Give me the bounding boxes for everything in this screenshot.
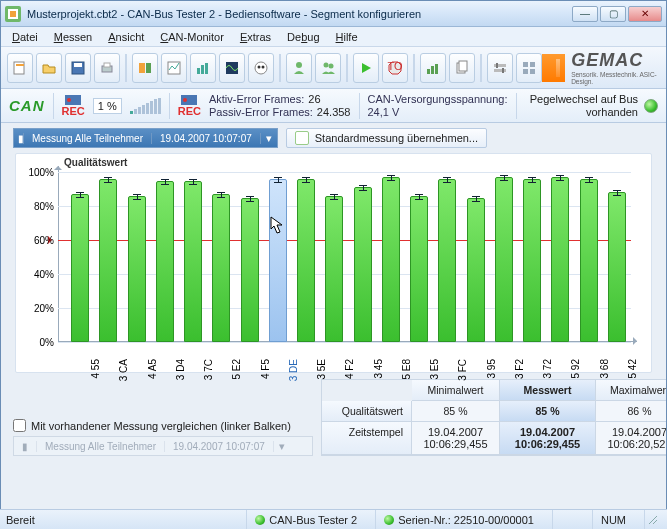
menu-can-monitor[interactable]: CAN-Monitor [153,29,231,45]
menu-ansicht[interactable]: Ansicht [101,29,151,45]
chart-bar[interactable] [354,187,372,342]
y-tick: 80% [20,201,54,212]
error-frames: Aktiv-Error Frames:26 Passiv-Error Frame… [209,93,351,118]
svg-rect-31 [494,69,506,72]
info-strip: CAN REC 1 % REC Aktiv-Error Frames:26 Pa… [1,89,666,123]
minimize-button[interactable]: — [572,6,598,22]
x-tick: 4 F5 [260,359,271,379]
x-tick: 3 72 [542,359,553,378]
compare-checkbox-input[interactable] [13,419,26,432]
measurement-combo[interactable]: ▮ Messung Alle Teilnehmer 19.04.2007 10:… [13,128,278,148]
app-icon [5,6,21,22]
x-tick: 3 95 [486,359,497,378]
chart-bar[interactable] [269,179,287,342]
status-spacer [552,510,582,529]
tb-users-icon[interactable] [315,53,341,83]
row-timestamp: Zeitstempel [322,422,412,455]
close-button[interactable]: ✕ [628,6,662,22]
menu-hilfe[interactable]: Hilfe [329,29,365,45]
logo-tagline: Sensorik. Messtechnik. ASIC-Design. [571,71,660,85]
maximize-button[interactable]: ▢ [600,6,626,22]
svg-rect-36 [523,69,528,74]
chart-bar[interactable] [241,198,259,343]
tb-settings-icon[interactable] [487,53,513,83]
q-mess: 85 % [500,401,596,422]
chart-bar[interactable] [382,177,400,342]
chart-bar[interactable] [212,194,230,342]
y-axis [58,166,59,342]
tb-tool1-icon[interactable] [132,53,158,83]
svg-rect-4 [16,64,24,66]
resize-grip-icon[interactable] [644,510,661,529]
col-min: Minimalwert [412,380,500,401]
chart-bar[interactable] [523,179,541,342]
y-tick: 20% [20,303,54,314]
menu-extras[interactable]: Extras [233,29,278,45]
logo: GEMAC Sensorik. Messtechnik. ASIC-Design… [542,50,660,85]
svg-point-21 [329,63,334,68]
chart-bar[interactable] [551,177,569,342]
tb-stop-icon[interactable]: STOP [382,53,408,83]
chart-bar[interactable] [495,177,513,342]
tb-save-icon[interactable] [65,53,91,83]
quality-chart[interactable]: Qualitätswert 0%20%40%60%80%100%4 553 CA… [15,153,652,373]
tb-grid-icon[interactable] [516,53,542,83]
rec-indicator[interactable]: REC [62,95,85,117]
chart-bar[interactable] [325,196,343,342]
menu-datei[interactable]: Datei [5,29,45,45]
chart-bar[interactable] [467,198,485,343]
tb-new-icon[interactable] [7,53,33,83]
tb-copy-icon[interactable] [449,53,475,83]
svg-rect-3 [14,62,24,74]
logo-text: GEMAC [571,50,643,71]
supply-voltage: CAN-Versorgungsspannung: 24,1 V [368,93,508,118]
tb-tool2-icon[interactable] [161,53,187,83]
chart-bar[interactable] [156,181,174,343]
y-tick: 100% [20,167,54,178]
t-min: 19.04.200710:06:29,455 [412,422,500,455]
cursor-icon [268,215,286,237]
chart-bar[interactable] [410,196,428,342]
tb-play-icon[interactable] [353,53,379,83]
bus-led-icon [644,99,658,113]
status-num: NUM [592,510,634,529]
svg-rect-9 [139,63,145,73]
x-tick: 3 5E [316,359,327,380]
tb-bars-icon[interactable] [190,53,216,83]
tb-chart-icon[interactable] [420,53,446,83]
x-tick: 4 F2 [344,359,355,379]
measurement-controls: ▮ Messung Alle Teilnehmer 19.04.2007 10:… [1,123,666,153]
chart-bar[interactable] [128,196,146,342]
menu-debug[interactable]: Debug [280,29,326,45]
svg-rect-30 [494,64,506,67]
tb-user-icon[interactable] [286,53,312,83]
tb-scope-icon[interactable] [219,53,245,83]
chart-title: Qualitätswert [64,157,127,168]
chart-bar[interactable] [608,192,626,342]
svg-rect-6 [74,63,82,67]
chart-bar[interactable] [99,179,117,342]
compare-checkbox[interactable]: Mit vorhandener Messung vergleichen (lin… [13,419,313,432]
rec2-indicator[interactable]: REC [178,95,201,117]
tb-monitor-icon[interactable] [248,53,274,83]
x-tick: 4 A5 [147,359,158,379]
standard-measurement-button[interactable]: Standardmessung übernehmen... [286,128,487,148]
titlebar: Musterprojekt.cbt2 - CAN-Bus Tester 2 - … [1,1,666,27]
q-min: 85 % [412,401,500,422]
chart-bar[interactable] [71,194,89,342]
tb-open-icon[interactable] [36,53,62,83]
status-led-icon [384,515,394,525]
chart-bar[interactable] [184,181,202,343]
svg-rect-8 [104,63,110,67]
check-icon [295,131,309,145]
row-quality: Qualitätswert [322,401,412,422]
chart-bar[interactable] [297,179,315,342]
chart-bar[interactable] [580,179,598,342]
tb-print-icon[interactable] [94,53,120,83]
x-tick: 3 68 [599,359,610,378]
compare-combo[interactable]: ▮ Messung Alle Teilnehmer 19.04.2007 10:… [13,436,313,456]
menu-messen[interactable]: Messen [47,29,100,45]
svg-point-18 [262,65,265,68]
chart-bar[interactable] [438,179,456,342]
svg-rect-27 [435,64,438,74]
